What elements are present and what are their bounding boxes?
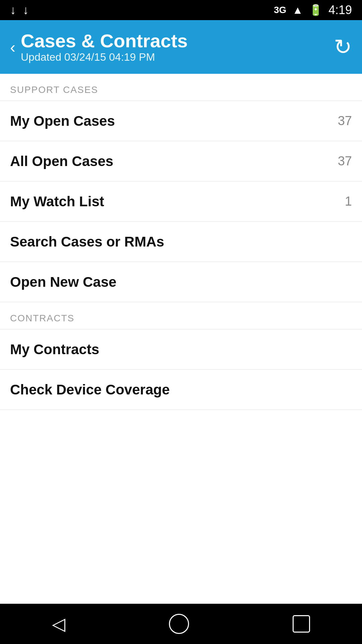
app-bar: ‹ Cases & Contracts Updated 03/24/15 04:… (0, 20, 362, 74)
status-bar-right: 3G ▲ 🔋 4:19 (274, 3, 352, 17)
refresh-button[interactable]: ↻ (334, 35, 352, 59)
back-button[interactable]: ‹ (10, 38, 15, 56)
time-display: 4:19 (328, 3, 352, 17)
app-bar-title-group: Cases & Contracts Updated 03/24/15 04:19… (21, 31, 188, 64)
page-title: Cases & Contracts (21, 31, 188, 51)
page-subtitle: Updated 03/24/15 04:19 PM (21, 51, 188, 63)
download-icon-2: ↓ (23, 3, 29, 17)
nav-home-button[interactable] (169, 614, 189, 634)
my-watch-list-label: My Watch List (10, 194, 104, 210)
contracts-header: CONTRACTS (0, 302, 362, 329)
all-open-cases-count: 37 (338, 154, 352, 168)
signal-icon: ▲ (292, 4, 303, 16)
my-open-cases-item[interactable]: My Open Cases 37 (0, 101, 362, 141)
nav-back-button[interactable]: ◁ (52, 614, 65, 634)
my-contracts-label: My Contracts (10, 341, 99, 358)
all-open-cases-label: All Open Cases (10, 153, 113, 169)
my-watch-list-item[interactable]: My Watch List 1 (0, 181, 362, 222)
support-cases-header: SUPPORT CASES (0, 74, 362, 101)
my-contracts-item[interactable]: My Contracts (0, 329, 362, 370)
check-device-coverage-item[interactable]: Check Device Coverage (0, 370, 362, 410)
status-bar: ↓ ↓ 3G ▲ 🔋 4:19 (0, 0, 362, 20)
search-cases-rmas-item[interactable]: Search Cases or RMAs (0, 222, 362, 262)
my-watch-list-count: 1 (345, 194, 352, 209)
main-content: SUPPORT CASES My Open Cases 37 All Open … (0, 74, 362, 604)
battery-icon: 🔋 (309, 4, 322, 16)
my-open-cases-count: 37 (338, 114, 352, 128)
all-open-cases-item[interactable]: All Open Cases 37 (0, 141, 362, 181)
bottom-nav: ◁ (0, 604, 362, 644)
my-open-cases-label: My Open Cases (10, 113, 115, 129)
network-type: 3G (274, 5, 286, 15)
check-device-coverage-label: Check Device Coverage (10, 382, 170, 398)
search-cases-rmas-label: Search Cases or RMAs (10, 234, 164, 250)
open-new-case-label: Open New Case (10, 274, 116, 290)
open-new-case-item[interactable]: Open New Case (0, 262, 362, 302)
nav-recents-button[interactable] (293, 615, 310, 633)
app-bar-left: ‹ Cases & Contracts Updated 03/24/15 04:… (10, 31, 188, 64)
status-bar-left: ↓ ↓ (10, 3, 29, 17)
download-icon-1: ↓ (10, 3, 16, 17)
